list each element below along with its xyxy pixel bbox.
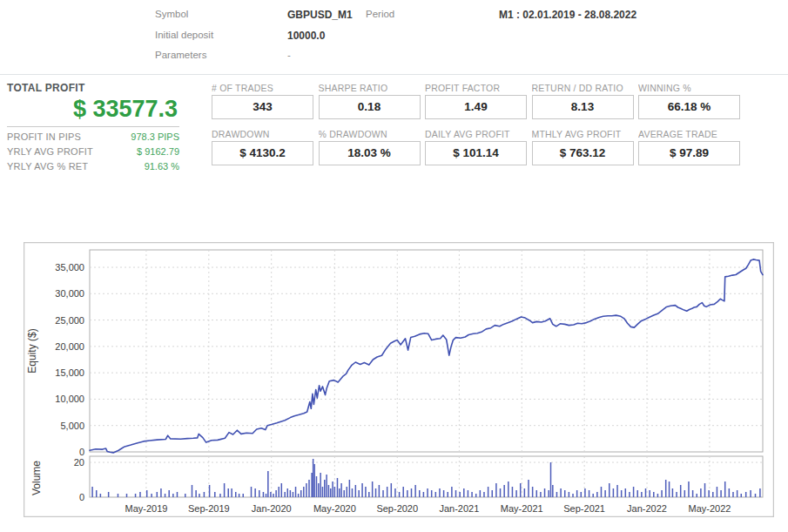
equity-ytick-label: 20,000 [55,341,84,352]
volume-bar [239,494,240,497]
volume-bar [199,494,200,497]
volume-bar [508,481,509,497]
stat-label: % DRAWDOWN [319,129,421,141]
volume-bar [242,494,244,497]
volume-bar [324,480,326,497]
volume-bar [204,492,205,497]
volume-bar [712,492,714,497]
volume-bar [311,473,313,497]
volume-bar [560,488,562,497]
stat-value-box: 343 [212,95,313,119]
symbol-label: Symbol [155,9,188,19]
stat-label: AVERAGE TRADE [638,129,740,141]
volume-bar [214,492,216,497]
volume-bar [399,492,401,497]
volume-bar [750,490,751,497]
volume-bar [427,488,428,497]
total-profit-value: $ 33577.3 [7,94,179,127]
volume-bar [741,494,743,497]
volume-bar [326,475,327,497]
volume-bar [717,487,718,497]
header-divider [0,74,788,75]
xtick-label: May-2021 [501,503,543,514]
volume-bar [633,487,635,497]
volume-bar [665,480,667,497]
equity-ytick-label: 15,000 [55,367,84,378]
summary-row-value: 978.3 PIPS [131,131,179,142]
volume-bar [556,492,558,497]
volume-bar [657,494,659,497]
volume-bar [737,490,738,497]
volume-bar [334,487,336,497]
parameters-label: Parameters [155,50,206,60]
volume-bar [548,490,549,497]
volume-bar [684,490,686,497]
volume-bar [759,488,761,497]
volume-bar [471,492,473,497]
summary-row-value: $ 9162.79 [137,146,179,157]
equity-axis-title: Equity ($) [26,328,38,373]
volume-bar [332,481,333,497]
volume-bar [343,490,345,497]
volume-bar [407,490,408,497]
volume-bar [172,494,174,497]
volume-bar [108,492,110,497]
volume-bar [540,492,542,497]
stat-cell-sharpe-ratio: SHARPE RATIO0.18 [319,83,421,119]
volume-bar [284,492,286,497]
volume-bar [165,494,166,497]
initial-deposit-value: 10000.0 [287,30,325,42]
volume-bar [379,485,381,497]
volume-bar [224,483,226,497]
volume-bar [372,481,374,497]
volume-bar [328,485,330,497]
summary-row: PROFIT IN PIPS978.3 PIPS [7,127,179,142]
summary-row: YRLY AVG PROFIT$ 9162.79 [7,142,179,157]
volume-bar [572,494,574,497]
volume-bar [423,492,425,497]
stat-label: SHARPE RATIO [319,83,421,95]
volume-bar [720,490,722,497]
volume-bar [146,490,148,497]
stat-cell-return-dd-ratio: RETURN / DD RATIO8.13 [532,83,634,119]
volume-bar [641,492,643,497]
volume-bar [227,488,229,497]
volume-bar [177,492,178,497]
volume-bar [275,490,277,497]
summary-row-label: PROFIT IN PIPS [7,131,81,142]
volume-bar [330,488,332,497]
total-profit-title: TOTAL PROFIT [7,82,179,94]
volume-bar [192,485,193,497]
stat-value-box: $ 763.12 [532,141,634,165]
stat-cell-daily-avg-profit: DAILY AVG PROFIT$ 101.14 [425,129,527,165]
xtick-label: Sep-2019 [188,503,230,514]
volume-bar [672,488,674,497]
summary-rows: PROFIT IN PIPS978.3 PIPSYRLY AVG PROFIT$… [7,127,179,172]
volume-bar [91,487,93,497]
volume-bar [528,480,529,497]
equity-ytick-label: 5,000 [60,421,84,431]
volume-bar [609,483,610,497]
volume-bar [394,488,396,497]
volume-bar [688,481,690,497]
stat-label: DRAWDOWN [212,129,313,141]
volume-bar [512,487,514,497]
volume-bar [515,490,517,497]
stat-value-box: 0.18 [319,95,421,119]
volume-bar [536,490,538,497]
stat-label: WINNING % [638,83,740,95]
volume-bar [267,471,269,497]
volume-bar [281,483,283,497]
stat-cell-mthly-avg-profit: MTHLY AVG PROFIT$ 763.12 [532,129,634,165]
volume-bar [419,490,421,497]
xtick-label: May-2019 [125,503,167,514]
volume-bar [576,490,578,497]
stat-cell-average-trade: AVERAGE TRADE$ 97.89 [638,129,740,165]
volume-bar [480,490,482,497]
volume-bar [680,485,682,497]
volume-bar [391,483,393,497]
volume-bar [355,485,357,497]
volume-bar [544,488,546,497]
volume-bar [661,490,663,497]
volume-bar [503,485,505,497]
